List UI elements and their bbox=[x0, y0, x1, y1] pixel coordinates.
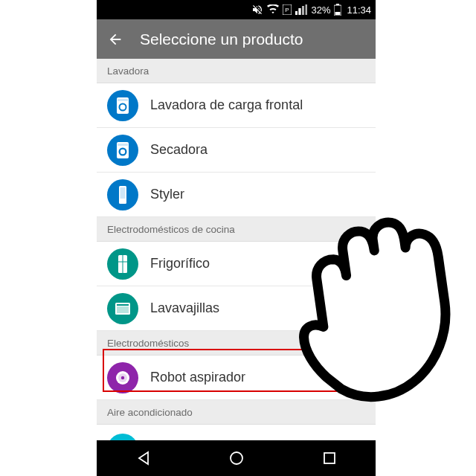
nav-home-icon[interactable] bbox=[228, 449, 245, 467]
list-item-label: Styler bbox=[150, 187, 184, 202]
svg-rect-8 bbox=[118, 99, 128, 101]
list-item-styler[interactable]: Styler bbox=[97, 173, 376, 217]
section-header-cocina: Electrodomésticos de cocina bbox=[97, 217, 376, 242]
svg-rect-4 bbox=[335, 12, 341, 15]
svg-rect-27 bbox=[324, 453, 335, 463]
dryer-icon bbox=[107, 135, 138, 166]
svg-rect-12 bbox=[118, 144, 128, 146]
battery-text: 32% bbox=[311, 4, 330, 16]
list-item-dryer[interactable]: Secadora bbox=[97, 128, 376, 173]
back-icon[interactable] bbox=[107, 31, 123, 48]
android-nav-bar bbox=[97, 440, 376, 476]
list-item-label: Robot aspirador bbox=[150, 370, 245, 385]
svg-rect-20 bbox=[117, 304, 129, 306]
svg-point-11 bbox=[120, 149, 125, 153]
svg-rect-14 bbox=[120, 187, 126, 199]
app-bar: Seleccione un producto bbox=[97, 19, 376, 59]
fridge-icon bbox=[107, 248, 138, 280]
dishwasher-icon bbox=[107, 293, 138, 324]
wifi-icon bbox=[267, 4, 279, 15]
phone-frame: P 32% 11:34 Seleccione un producto Lavad… bbox=[97, 0, 376, 476]
robot-vacuum-icon bbox=[107, 362, 138, 393]
nav-recent-icon[interactable] bbox=[321, 450, 338, 466]
list-item-label: Lavadora de carga frontal bbox=[150, 97, 303, 113]
svg-text:P: P bbox=[286, 7, 289, 13]
app-bar-title: Seleccione un producto bbox=[140, 30, 303, 48]
list-item-label: Frigorífico bbox=[150, 256, 210, 271]
svg-point-26 bbox=[231, 452, 242, 464]
data-icon: P bbox=[283, 4, 292, 15]
product-list: Lavadora Lavadora de carga frontal Secad… bbox=[97, 59, 376, 469]
styler-icon bbox=[107, 179, 138, 210]
svg-rect-19 bbox=[117, 306, 129, 313]
list-item-dishwasher[interactable]: Lavavajillas bbox=[97, 286, 376, 331]
section-header-lavadora: Lavadora bbox=[97, 59, 376, 83]
section-header-aire: Aire acondicionado bbox=[97, 400, 376, 425]
mute-icon bbox=[251, 4, 263, 16]
washer-icon bbox=[107, 90, 138, 121]
list-item-label: Lavavajillas bbox=[150, 300, 219, 316]
list-item-robot[interactable]: Robot aspirador bbox=[97, 356, 376, 400]
list-item-fridge[interactable]: Frigorífico bbox=[97, 242, 376, 286]
clock-text: 11:34 bbox=[347, 4, 371, 16]
status-bar: P 32% 11:34 bbox=[97, 0, 376, 19]
nav-back-icon[interactable] bbox=[135, 449, 152, 467]
section-header-electrodomesticos: Electrodomésticos bbox=[97, 331, 376, 356]
svg-point-7 bbox=[120, 104, 126, 109]
svg-point-23 bbox=[121, 376, 124, 379]
svg-rect-3 bbox=[336, 4, 339, 5]
signal-icon bbox=[295, 4, 307, 15]
list-item-washer[interactable]: Lavadora de carga frontal bbox=[97, 83, 376, 128]
battery-icon bbox=[334, 4, 341, 16]
list-item-label: Secadora bbox=[150, 142, 208, 158]
